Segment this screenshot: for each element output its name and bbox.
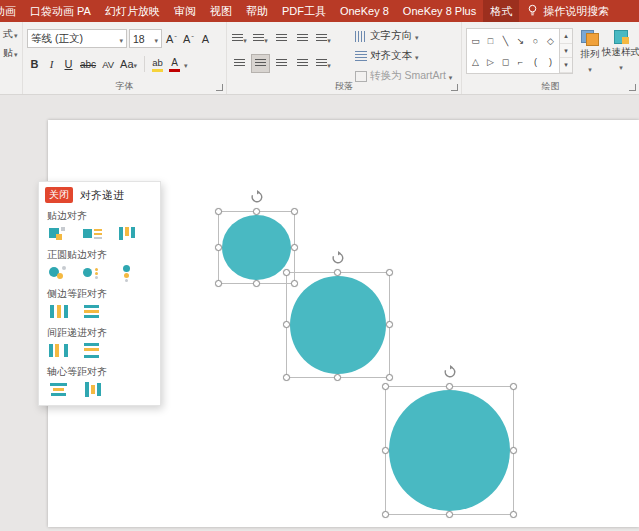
panel-close-button[interactable]: 关闭 bbox=[45, 187, 73, 203]
shape-right-triangle-icon[interactable]: ▷ bbox=[487, 57, 494, 67]
shape-rect2-icon[interactable]: ◻ bbox=[502, 57, 509, 67]
resize-handle-e[interactable] bbox=[510, 447, 517, 454]
resize-handle-w[interactable] bbox=[382, 447, 389, 454]
resize-handle-n[interactable] bbox=[446, 383, 453, 390]
resize-handle-nw[interactable] bbox=[382, 383, 389, 390]
tab-review[interactable]: 审阅 bbox=[167, 0, 203, 22]
tab-onekey8-plus[interactable]: OneKey 8 Plus bbox=[396, 0, 483, 22]
axis-equal-horizontal-icon[interactable] bbox=[47, 381, 71, 399]
shrink-font-button[interactable]: A bbox=[181, 30, 196, 48]
resize-handle-s[interactable] bbox=[446, 511, 453, 518]
side-equal-horizontal-icon[interactable] bbox=[81, 303, 105, 321]
circle-edge-vertical-icon[interactable] bbox=[115, 264, 139, 282]
shape-line-icon[interactable]: ╲ bbox=[503, 36, 508, 46]
tab-slideshow[interactable]: 幻灯片放映 bbox=[98, 0, 167, 22]
gap-progressive-vertical-icon[interactable] bbox=[47, 342, 71, 360]
shape-oval-icon[interactable]: ○ bbox=[533, 36, 538, 46]
resize-handle-e[interactable] bbox=[291, 244, 298, 251]
line-spacing-button[interactable] bbox=[315, 30, 332, 47]
edge-align-horizontal-icon[interactable] bbox=[81, 225, 105, 243]
resize-handle-n[interactable] bbox=[334, 269, 341, 276]
resize-handle-sw[interactable] bbox=[382, 511, 389, 518]
increase-indent-button[interactable] bbox=[294, 30, 311, 47]
arrange-button[interactable]: 排列 bbox=[576, 27, 604, 74]
resize-handle-se[interactable] bbox=[386, 374, 393, 381]
gallery-scroll-down-icon[interactable]: ▾ bbox=[560, 44, 572, 59]
tab-view[interactable]: 视图 bbox=[203, 0, 239, 22]
tab-pdf-tools[interactable]: PDF工具 bbox=[275, 0, 333, 22]
tab-help[interactable]: 帮助 bbox=[239, 0, 275, 22]
clipboard-fragment-bottom[interactable]: 贴 bbox=[3, 46, 22, 60]
resize-handle-nw[interactable] bbox=[283, 269, 290, 276]
shape-corner-icon[interactable]: ⌐ bbox=[518, 57, 523, 67]
resize-handle-s[interactable] bbox=[253, 280, 260, 287]
clear-formatting-button[interactable]: A bbox=[198, 30, 213, 48]
resize-handle-s[interactable] bbox=[334, 374, 341, 381]
shape-triangle-icon[interactable]: △ bbox=[472, 57, 479, 67]
tell-me-search[interactable]: 操作说明搜索 bbox=[519, 0, 617, 22]
rotate-handle[interactable] bbox=[250, 190, 264, 204]
columns-button[interactable] bbox=[315, 55, 332, 72]
tab-format[interactable]: 格式 bbox=[483, 0, 519, 22]
resize-handle-e[interactable] bbox=[386, 321, 393, 328]
circle-shape-small[interactable] bbox=[222, 215, 291, 280]
axis-equal-vertical-icon[interactable] bbox=[81, 381, 105, 399]
resize-handle-ne[interactable] bbox=[291, 208, 298, 215]
clipboard-fragment-top[interactable]: 式 bbox=[3, 27, 22, 41]
drawing-dialog-launcher-icon[interactable] bbox=[629, 84, 636, 91]
gallery-more-icon[interactable]: ▾ bbox=[560, 58, 572, 73]
shape-left-brace-icon[interactable]: ( bbox=[534, 57, 537, 67]
font-color-button[interactable]: A bbox=[167, 55, 182, 73]
resize-handle-se[interactable] bbox=[510, 511, 517, 518]
resize-handle-w[interactable] bbox=[215, 244, 222, 251]
align-right-button[interactable] bbox=[273, 55, 290, 72]
quick-styles-button[interactable]: 快速样式 bbox=[603, 27, 639, 72]
gallery-scroll-up-icon[interactable]: ▴ bbox=[560, 29, 572, 44]
resize-handle-ne[interactable] bbox=[386, 269, 393, 276]
gap-progressive-horizontal-icon[interactable] bbox=[81, 342, 105, 360]
strikethrough-button[interactable]: abc bbox=[78, 55, 98, 73]
edge-align-vertical-icon[interactable] bbox=[115, 225, 139, 243]
resize-handle-n[interactable] bbox=[253, 208, 260, 215]
change-case-button[interactable]: Aa bbox=[118, 55, 139, 73]
shape-diamond-icon[interactable]: ◇ bbox=[547, 36, 554, 46]
shape-right-brace-icon[interactable]: ) bbox=[549, 57, 552, 67]
numbering-button[interactable] bbox=[252, 30, 269, 47]
text-highlight-button[interactable]: ab bbox=[150, 55, 165, 73]
justify-button[interactable] bbox=[294, 55, 311, 72]
circle-edge-horizontal-icon[interactable] bbox=[81, 264, 105, 282]
bullets-button[interactable] bbox=[231, 30, 248, 47]
underline-button[interactable]: U bbox=[61, 55, 76, 73]
side-equal-vertical-icon[interactable] bbox=[47, 303, 71, 321]
paragraph-dialog-launcher-icon[interactable] bbox=[451, 84, 458, 91]
font-size-combo[interactable]: 18 bbox=[129, 29, 162, 48]
rotate-handle[interactable] bbox=[331, 251, 345, 265]
grow-font-button[interactable]: A bbox=[164, 30, 179, 48]
character-spacing-button[interactable]: AV bbox=[100, 55, 116, 73]
tab-onekey8[interactable]: OneKey 8 bbox=[333, 0, 396, 22]
shape-rect-icon[interactable]: ▭ bbox=[471, 36, 480, 46]
italic-button[interactable]: I bbox=[44, 55, 59, 73]
tab-pocket-animation[interactable]: 口袋动画 PA bbox=[23, 0, 98, 22]
align-left-button[interactable] bbox=[231, 55, 248, 72]
resize-handle-sw[interactable] bbox=[215, 280, 222, 287]
bold-button[interactable]: B bbox=[27, 55, 42, 73]
rotate-handle[interactable] bbox=[443, 365, 457, 379]
font-dialog-launcher-icon[interactable] bbox=[216, 84, 223, 91]
align-text-button[interactable]: 对齐文本 bbox=[355, 48, 419, 64]
tab-animation[interactable]: 动画 bbox=[0, 0, 23, 22]
circle-shape-large[interactable] bbox=[389, 390, 510, 511]
resize-handle-w[interactable] bbox=[283, 321, 290, 328]
font-name-combo[interactable]: 等线 (正文) bbox=[27, 29, 127, 48]
circle-edge-corner-icon[interactable] bbox=[47, 264, 71, 282]
edge-align-corner-icon[interactable] bbox=[47, 225, 71, 243]
resize-handle-sw[interactable] bbox=[283, 374, 290, 381]
chevron-down-icon[interactable] bbox=[184, 58, 188, 70]
resize-handle-ne[interactable] bbox=[510, 383, 517, 390]
text-direction-button[interactable]: 文字方向 bbox=[355, 28, 419, 44]
circle-shape-medium[interactable] bbox=[290, 276, 386, 374]
decrease-indent-button[interactable] bbox=[273, 30, 290, 47]
align-center-button[interactable] bbox=[252, 55, 269, 72]
shape-square-icon[interactable]: □ bbox=[488, 36, 493, 46]
shape-arrow-icon[interactable]: ↘ bbox=[517, 36, 525, 46]
